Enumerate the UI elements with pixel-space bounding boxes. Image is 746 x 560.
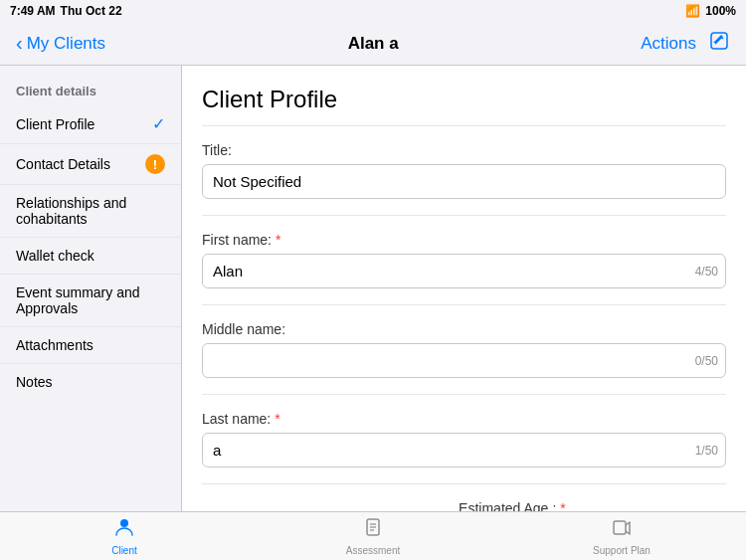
sidebar-header: Client details: [0, 76, 181, 104]
client-icon: [113, 516, 135, 543]
last-name-wrapper: 1/50: [202, 433, 726, 467]
middle-name-label: Middle name:: [202, 321, 726, 337]
sidebar-item-label: Attachments: [16, 337, 93, 353]
dob-row: Date of Birth Estimated Age Estimated Ag…: [202, 500, 726, 511]
first-name-label: First name: *: [202, 232, 726, 248]
last-name-count: 1/50: [695, 444, 718, 458]
tab-bar: Client Assessment Support Plan: [0, 511, 746, 560]
first-name-required: *: [276, 232, 280, 248]
check-icon: ✓: [152, 114, 165, 133]
assessment-icon: [362, 516, 384, 543]
last-name-required: *: [275, 411, 280, 427]
back-button[interactable]: ‹ My Clients: [16, 33, 105, 55]
content-area: Client Profile Title: Not Specified Firs…: [182, 66, 746, 511]
status-bar: 7:49 AM Thu Oct 22 📶 100%: [0, 0, 746, 22]
sidebar-item-label: Notes: [16, 374, 53, 390]
est-age-label: Estimated Age: *: [459, 500, 581, 511]
sidebar-item-attachments[interactable]: Attachments: [0, 327, 181, 364]
first-name-field-group: First name: * 4/50: [202, 232, 726, 305]
svg-point-1: [120, 519, 128, 527]
middle-name-input[interactable]: [202, 343, 726, 378]
sidebar-item-event-summary[interactable]: Event summary and Approvals: [0, 275, 181, 327]
warning-icon: !: [145, 154, 165, 174]
main-layout: Client details Client Profile ✓ Contact …: [0, 66, 746, 511]
back-label: My Clients: [27, 34, 105, 54]
nav-actions: Actions: [641, 30, 730, 57]
sidebar-item-label: Event summary and Approvals: [16, 284, 165, 316]
battery-status: 100%: [705, 4, 736, 18]
tab-client[interactable]: Client: [0, 512, 249, 560]
status-time: 7:49 AM: [10, 4, 56, 18]
est-age-required: *: [560, 500, 565, 511]
sidebar-item-notes[interactable]: Notes: [0, 364, 181, 400]
tab-assessment-label: Assessment: [346, 545, 400, 556]
first-name-input[interactable]: [202, 254, 726, 288]
tab-assessment[interactable]: Assessment: [249, 512, 497, 560]
nav-bar: ‹ My Clients Alan a Actions: [0, 22, 746, 66]
edit-icon[interactable]: [708, 30, 730, 57]
tab-support-plan[interactable]: Support Plan: [497, 512, 746, 560]
sidebar-item-label: Client Profile: [16, 116, 94, 132]
title-value[interactable]: Not Specified: [202, 164, 726, 199]
middle-name-field-group: Middle name: 0/50: [202, 321, 726, 395]
sidebar-item-label: Wallet check: [16, 248, 94, 264]
middle-name-count: 0/50: [695, 354, 718, 368]
sidebar-item-relationships[interactable]: Relationships and cohabitants: [0, 185, 181, 238]
sidebar: Client details Client Profile ✓ Contact …: [0, 66, 182, 511]
last-name-input[interactable]: [202, 433, 726, 467]
sidebar-item-client-profile[interactable]: Client Profile ✓: [0, 104, 181, 144]
tab-support-plan-label: Support Plan: [593, 545, 651, 556]
title-field-group: Title: Not Specified: [202, 142, 726, 216]
est-age-group: Estimated Age: * e.g. 80: [459, 500, 581, 511]
sidebar-item-wallet-check[interactable]: Wallet check: [0, 238, 181, 275]
nav-title: Alan a: [348, 34, 399, 54]
sidebar-item-label: Relationships and cohabitants: [16, 195, 165, 227]
last-name-label: Last name: *: [202, 411, 726, 427]
middle-name-wrapper: 0/50: [202, 343, 726, 378]
svg-rect-6: [614, 521, 626, 534]
support-plan-icon: [611, 516, 633, 543]
last-name-field-group: Last name: * 1/50: [202, 411, 726, 484]
sidebar-item-contact-details[interactable]: Contact Details !: [0, 144, 181, 185]
sidebar-item-label: Contact Details: [16, 156, 110, 172]
wifi-icon: 📶: [685, 4, 700, 18]
chevron-left-icon: ‹: [16, 32, 23, 55]
actions-button[interactable]: Actions: [641, 34, 696, 54]
page-title: Client Profile: [202, 86, 726, 126]
title-label: Title:: [202, 142, 726, 158]
first-name-count: 4/50: [695, 265, 718, 279]
first-name-wrapper: 4/50: [202, 254, 726, 288]
tab-client-label: Client: [111, 545, 137, 556]
status-day: Thu Oct 22: [61, 4, 122, 18]
